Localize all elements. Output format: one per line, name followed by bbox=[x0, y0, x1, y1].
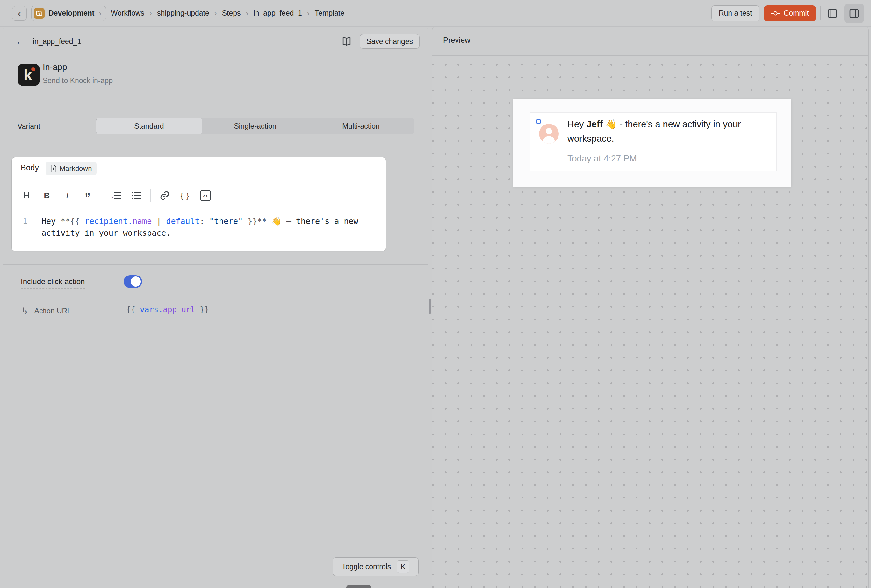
action-url-row: ↳ Action URL bbox=[21, 305, 71, 317]
preview-canvas: Hey Jeff 👋 - there's a new activity in y… bbox=[432, 56, 868, 588]
toggle-knob bbox=[131, 277, 141, 287]
docs-book-icon[interactable] bbox=[341, 37, 352, 46]
panel-resize-handle[interactable] bbox=[429, 299, 431, 314]
recipient-name: Jeff bbox=[587, 119, 603, 129]
svg-text:2: 2 bbox=[111, 196, 113, 200]
channel-subtitle: Send to Knock in-app bbox=[43, 76, 113, 85]
folder-icon bbox=[34, 8, 45, 19]
chevron-right-icon: › bbox=[307, 9, 310, 18]
variant-label: Variant bbox=[18, 122, 40, 131]
variant-option-multi-action[interactable]: Multi-action bbox=[308, 118, 414, 135]
bullet-list-icon[interactable] bbox=[129, 189, 144, 203]
toolbar-divider bbox=[150, 189, 151, 202]
notification-message: Hey Jeff 👋 - there's a new activity in y… bbox=[567, 117, 754, 146]
knock-channel-logo: k bbox=[18, 64, 40, 86]
topbar-actions: Run a test Commit bbox=[711, 3, 864, 23]
heading-icon[interactable]: H bbox=[19, 189, 33, 203]
avatar bbox=[539, 124, 559, 144]
unread-indicator bbox=[536, 119, 541, 124]
divider bbox=[820, 6, 821, 20]
body-code-editor[interactable]: Hey **{{ recipient.name | default: "ther… bbox=[42, 215, 360, 239]
braces-icon[interactable]: { } bbox=[178, 189, 192, 203]
feed-preview-container: Hey Jeff 👋 - there's a new activity in y… bbox=[513, 99, 791, 187]
top-bar: ‹ Development › Workflows › shipping-upd… bbox=[0, 0, 871, 27]
include-click-action-label: Include click action bbox=[21, 277, 85, 289]
formatting-toolbar: H B I ” 1 2 bbox=[19, 188, 219, 203]
channel-title: In-app bbox=[43, 63, 67, 72]
include-click-action-toggle[interactable] bbox=[124, 275, 142, 288]
section-divider bbox=[3, 264, 428, 265]
step-title: in_app_feed_1 bbox=[33, 37, 81, 46]
back-button[interactable]: ‹ bbox=[12, 6, 27, 21]
git-commit-icon bbox=[771, 10, 780, 16]
variant-option-single-action[interactable]: Single-action bbox=[202, 118, 308, 135]
code-block-icon[interactable]: ‹› bbox=[199, 189, 213, 203]
environment-label: Development bbox=[48, 9, 94, 18]
toggle-left-panel-button[interactable] bbox=[825, 6, 840, 21]
app-root: ‹ Development › Workflows › shipping-upd… bbox=[0, 0, 871, 588]
action-url-value[interactable]: {{ vars.app_url }} bbox=[126, 305, 209, 314]
breadcrumb-template[interactable]: Template bbox=[315, 9, 344, 18]
return-arrow-icon: ↳ bbox=[21, 306, 29, 316]
chevron-right-icon: › bbox=[98, 9, 102, 18]
body-editor-card: Body Markdown H B I ” bbox=[12, 157, 386, 251]
preview-header: Preview bbox=[432, 27, 868, 56]
chevron-right-icon: › bbox=[214, 9, 218, 18]
format-badge-markdown[interactable]: Markdown bbox=[46, 162, 97, 175]
preview-title: Preview bbox=[443, 36, 470, 45]
preview-panel: Preview Hey Jeff 👋 - there's a new activ… bbox=[432, 27, 869, 588]
breadcrumb-steps[interactable]: Steps bbox=[222, 9, 241, 18]
environment-switcher[interactable]: Development › bbox=[31, 6, 106, 21]
toggle-right-panel-button[interactable] bbox=[844, 3, 864, 23]
notification-card: Hey Jeff 👋 - there's a new activity in y… bbox=[530, 112, 777, 171]
commit-button[interactable]: Commit bbox=[764, 5, 816, 21]
section-divider bbox=[3, 153, 428, 153]
chevron-right-icon: › bbox=[245, 9, 249, 18]
run-a-test-button[interactable]: Run a test bbox=[711, 5, 759, 21]
panel-right-icon bbox=[849, 8, 859, 19]
chevron-right-icon: › bbox=[149, 9, 153, 18]
keyboard-shortcut-badge: K bbox=[397, 560, 409, 573]
save-changes-button[interactable]: Save changes bbox=[360, 34, 419, 49]
notification-timestamp: Today at 4:27 PM bbox=[567, 154, 637, 164]
markdown-file-icon bbox=[50, 165, 57, 172]
bold-icon[interactable]: B bbox=[40, 189, 54, 203]
body-label: Body bbox=[21, 163, 39, 172]
line-number: 1 bbox=[22, 215, 27, 227]
italic-icon[interactable]: I bbox=[60, 189, 74, 203]
panel-left-icon bbox=[827, 8, 838, 19]
svg-text:1: 1 bbox=[111, 191, 113, 195]
knock-logo-dot bbox=[31, 67, 35, 71]
breadcrumb-workflow-name[interactable]: shipping-update bbox=[157, 9, 209, 18]
back-arrow-button[interactable]: ← bbox=[16, 36, 25, 47]
quote-icon[interactable]: ” bbox=[81, 189, 94, 203]
toggle-controls-button[interactable]: Toggle controls K bbox=[332, 557, 419, 576]
editor-header: ← in_app_feed_1 Save changes bbox=[16, 33, 419, 50]
toolbar-divider bbox=[102, 189, 102, 202]
link-icon[interactable] bbox=[158, 189, 172, 203]
breadcrumb-step-name[interactable]: in_app_feed_1 bbox=[254, 9, 302, 18]
variant-segmented-control: Standard Single-action Multi-action bbox=[96, 118, 414, 135]
ordered-list-icon[interactable]: 1 2 bbox=[109, 189, 123, 203]
breadcrumb: Workflows › shipping-update › Steps › in… bbox=[111, 9, 344, 18]
variant-option-standard[interactable]: Standard bbox=[96, 118, 202, 135]
section-divider bbox=[3, 103, 428, 103]
template-editor-panel: ← in_app_feed_1 Save changes k In-app Se… bbox=[3, 27, 428, 588]
action-url-label: Action URL bbox=[34, 307, 71, 315]
breadcrumb-workflows[interactable]: Workflows bbox=[111, 9, 144, 18]
hidden-control-peek bbox=[346, 585, 371, 588]
